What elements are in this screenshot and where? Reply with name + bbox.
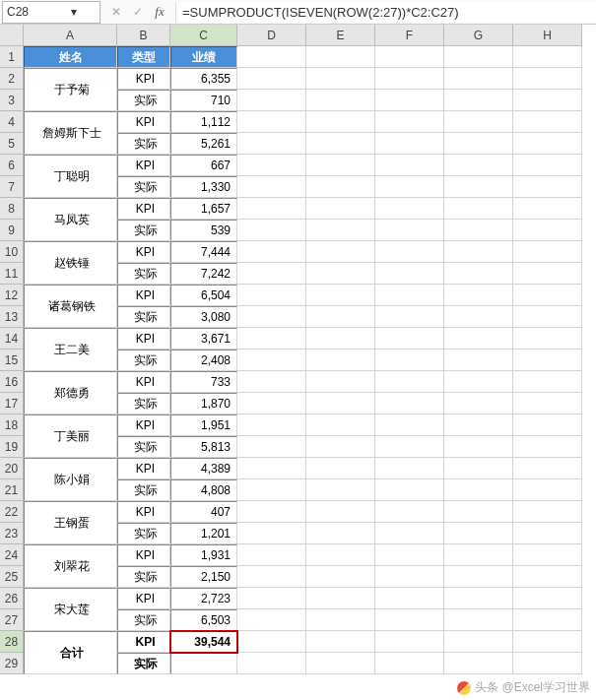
cell-empty[interactable]: [306, 111, 375, 133]
cell-empty[interactable]: [513, 46, 582, 68]
col-header-F[interactable]: F: [375, 25, 444, 46]
type-cell-actual[interactable]: 实际: [117, 350, 170, 371]
cell-empty[interactable]: [237, 350, 306, 371]
cell-empty[interactable]: [513, 479, 582, 501]
row-header-25[interactable]: 25: [0, 566, 24, 588]
cell-empty[interactable]: [306, 458, 375, 479]
cell-empty[interactable]: [444, 46, 513, 68]
cell-empty[interactable]: [375, 458, 444, 479]
cell-empty[interactable]: [306, 90, 375, 111]
name-cell[interactable]: 陈小娟: [24, 458, 117, 501]
value-cell[interactable]: 6,355: [170, 68, 237, 90]
cell-empty[interactable]: [237, 479, 306, 501]
cell-empty[interactable]: [375, 631, 444, 653]
cell-empty[interactable]: [375, 653, 444, 674]
cell-empty[interactable]: [237, 393, 306, 414]
row-header-23[interactable]: 23: [0, 523, 24, 544]
type-cell-actual[interactable]: 实际: [117, 393, 170, 414]
cell-empty[interactable]: [444, 198, 513, 220]
cell-empty[interactable]: [237, 306, 306, 328]
cell-empty[interactable]: [444, 133, 513, 155]
type-cell-kpi[interactable]: KPI: [117, 458, 170, 479]
value-cell[interactable]: 733: [170, 371, 237, 393]
cell-empty[interactable]: [306, 68, 375, 90]
cell-empty[interactable]: [375, 46, 444, 68]
type-cell-kpi[interactable]: KPI: [117, 155, 170, 176]
cell-empty[interactable]: [237, 133, 306, 155]
row-header-15[interactable]: 15: [0, 350, 24, 371]
cell-empty[interactable]: [444, 241, 513, 263]
value-cell[interactable]: 667: [170, 155, 237, 176]
cell-empty[interactable]: [444, 111, 513, 133]
cell-empty[interactable]: [306, 176, 375, 198]
cell-empty[interactable]: [306, 544, 375, 566]
row-header-9[interactable]: 9: [0, 220, 24, 241]
cell-empty[interactable]: [444, 566, 513, 588]
name-cell[interactable]: 王二美: [24, 328, 117, 371]
row-header-6[interactable]: 6: [0, 155, 24, 176]
cell-empty[interactable]: [513, 631, 582, 653]
row-header-17[interactable]: 17: [0, 393, 24, 414]
cell-empty[interactable]: [306, 198, 375, 220]
col-header-E[interactable]: E: [306, 25, 375, 46]
row-header-18[interactable]: 18: [0, 414, 24, 436]
formula-input[interactable]: =SUMPRODUCT(ISEVEN(ROW(2:27))*C2:C27): [175, 2, 596, 23]
col-header-G[interactable]: G: [444, 25, 513, 46]
cell-empty[interactable]: [513, 198, 582, 220]
type-cell-actual[interactable]: 实际: [117, 479, 170, 501]
cell-empty[interactable]: [444, 68, 513, 90]
type-cell-actual[interactable]: 实际: [117, 566, 170, 588]
cell-empty[interactable]: [306, 631, 375, 653]
row-header-21[interactable]: 21: [0, 479, 24, 501]
total-type-actual[interactable]: 实际: [117, 653, 170, 674]
cell-empty[interactable]: [375, 68, 444, 90]
cell-empty[interactable]: [237, 631, 306, 653]
name-cell[interactable]: 马凤英: [24, 198, 117, 241]
row-header-8[interactable]: 8: [0, 198, 24, 220]
value-cell[interactable]: 1,330: [170, 176, 237, 198]
value-cell[interactable]: 5,261: [170, 133, 237, 155]
type-cell-actual[interactable]: 实际: [117, 263, 170, 285]
cell-empty[interactable]: [375, 198, 444, 220]
cell-empty[interactable]: [375, 544, 444, 566]
cell-empty[interactable]: [444, 176, 513, 198]
col-header-D[interactable]: D: [237, 25, 306, 46]
table-header-B[interactable]: 类型: [117, 46, 170, 68]
row-header-14[interactable]: 14: [0, 328, 24, 350]
type-cell-kpi[interactable]: KPI: [117, 414, 170, 436]
value-cell[interactable]: 5,813: [170, 436, 237, 458]
cell-empty[interactable]: [306, 306, 375, 328]
cell-empty[interactable]: [444, 458, 513, 479]
col-header-B[interactable]: B: [117, 25, 170, 46]
name-box-dropdown-icon[interactable]: ▾: [51, 5, 96, 19]
row-header-11[interactable]: 11: [0, 263, 24, 285]
cell-empty[interactable]: [237, 155, 306, 176]
cell-empty[interactable]: [306, 393, 375, 414]
cell-empty[interactable]: [513, 566, 582, 588]
cell-empty[interactable]: [375, 566, 444, 588]
table-header-A[interactable]: 姓名: [24, 46, 117, 68]
cell-empty[interactable]: [237, 544, 306, 566]
type-cell-actual[interactable]: 实际: [117, 436, 170, 458]
cell-empty[interactable]: [444, 501, 513, 523]
type-cell-kpi[interactable]: KPI: [117, 371, 170, 393]
row-header-16[interactable]: 16: [0, 371, 24, 393]
row-header-22[interactable]: 22: [0, 501, 24, 523]
cell-empty[interactable]: [444, 544, 513, 566]
cell-empty[interactable]: [513, 111, 582, 133]
name-cell[interactable]: 丁聪明: [24, 155, 117, 198]
type-cell-kpi[interactable]: KPI: [117, 111, 170, 133]
name-box[interactable]: C28 ▾: [2, 1, 100, 24]
cell-empty[interactable]: [513, 155, 582, 176]
cell-empty[interactable]: [513, 176, 582, 198]
cell-empty[interactable]: [375, 241, 444, 263]
cell-empty[interactable]: [444, 414, 513, 436]
row-header-20[interactable]: 20: [0, 458, 24, 479]
name-cell[interactable]: 郑德勇: [24, 371, 117, 414]
name-cell[interactable]: 詹姆斯下士: [24, 111, 117, 155]
cell-empty[interactable]: [513, 458, 582, 479]
cell-empty[interactable]: [513, 653, 582, 674]
cell-empty[interactable]: [306, 588, 375, 609]
cell-empty[interactable]: [444, 306, 513, 328]
value-cell[interactable]: 710: [170, 90, 237, 111]
